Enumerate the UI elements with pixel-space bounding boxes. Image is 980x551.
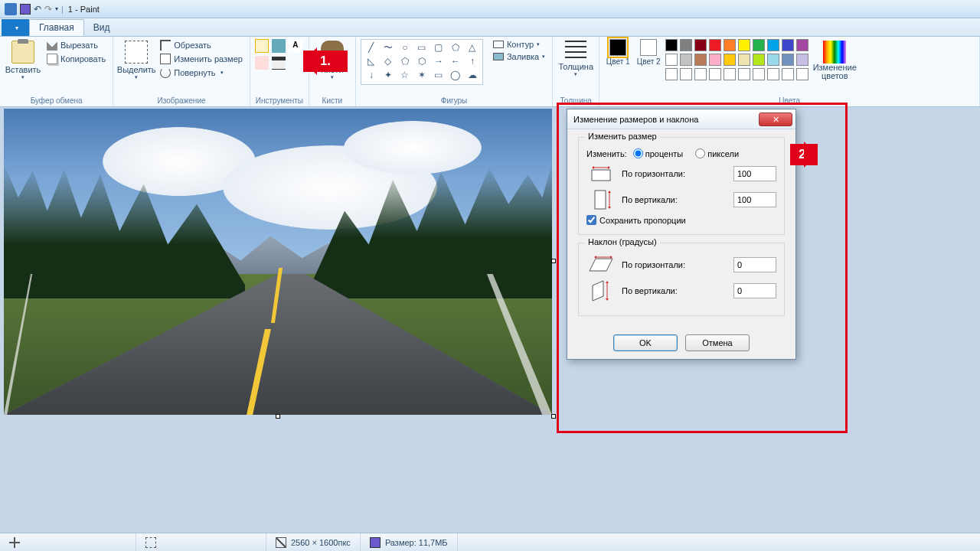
radio-percent[interactable]: проценты [633,148,684,158]
shape-polygon[interactable]: ⬠ [447,41,464,55]
palette-swatch[interactable] [694,54,707,66]
palette-swatch[interactable] [782,39,794,51]
palette-swatch[interactable] [796,68,808,80]
shape-hexagon[interactable]: ⬡ [413,55,430,69]
chevron-down-icon: ▾ [331,74,334,80]
eraser-icon[interactable] [255,56,269,70]
skew-horiz-input[interactable] [733,257,776,272]
canvas-image[interactable] [4,109,552,415]
color1-button[interactable]: Цвет 1 [604,39,632,73]
shape-star4[interactable]: ✦ [380,69,397,83]
tab-home[interactable]: Главная [29,19,84,36]
thickness-icon [565,41,586,62]
shape-arrow-u[interactable]: ↑ [464,55,481,69]
redo-icon[interactable]: ↷ [44,4,52,15]
palette-swatch[interactable] [694,68,707,80]
shape-star5[interactable]: ☆ [397,69,413,83]
palette-swatch[interactable] [694,39,707,51]
palette-swatch[interactable] [767,39,779,51]
file-menu-button[interactable] [2,19,29,36]
palette-swatch[interactable] [738,39,750,51]
group-image: Выделить ▾ Обрезать Изменить размер Пове… [113,37,250,106]
palette-swatch[interactable] [709,39,721,51]
size-button[interactable]: Толщина ▾ [557,39,594,79]
shape-fill-button[interactable]: Заливка▾ [491,51,547,62]
shape-callout-rect[interactable]: ▭ [430,69,447,83]
shape-callout-oval[interactable]: ◯ [447,69,464,83]
palette-swatch[interactable] [665,54,678,66]
resize-handle[interactable] [551,259,556,263]
keep-ratio-checkbox[interactable]: Сохранить пропорции [586,215,776,225]
skew-vert-input[interactable] [733,283,776,298]
radio-pixels[interactable]: пиксели [695,148,739,158]
shape-rtriangle[interactable]: ◺ [363,55,380,69]
undo-icon[interactable]: ↶ [34,4,41,15]
shape-star6[interactable]: ✶ [413,69,430,83]
select-button[interactable]: Выделить ▾ [118,39,155,82]
pencil-icon[interactable] [255,39,269,53]
shapes-gallery[interactable]: ╱〜○▭▢⬠△ ◺◇⬠⬡→←↑ ↓✦☆✶▭◯☁ [361,39,483,85]
palette-swatch[interactable] [709,54,721,66]
dialog-titlebar[interactable]: Изменение размеров и наклона ✕ [567,109,795,129]
resize-button[interactable]: Изменить размер [158,53,245,65]
ok-button[interactable]: OK [613,334,678,351]
palette-swatch[interactable] [767,68,779,80]
fill-icon[interactable] [272,39,286,53]
resize-handle[interactable] [551,414,556,419]
palette-swatch[interactable] [709,68,721,80]
palette-swatch[interactable] [738,68,750,80]
resize-horiz-input[interactable] [733,166,776,181]
shape-curve[interactable]: 〜 [380,41,397,55]
canvas-area[interactable] [0,107,980,533]
shape-roundrect[interactable]: ▢ [430,41,447,55]
shape-outline-button[interactable]: Контур▾ [491,39,547,50]
resize-vert-input[interactable] [733,192,776,207]
shape-triangle[interactable]: △ [464,41,481,55]
palette-swatch[interactable] [782,68,794,80]
resize-legend: Изменить размер [585,132,660,141]
shape-pentagon[interactable]: ⬠ [397,55,413,69]
shape-oval[interactable]: ○ [397,41,413,55]
palette-swatch[interactable] [724,68,736,80]
color-picker-icon[interactable] [272,56,286,70]
shape-arrow-r[interactable]: → [430,55,447,69]
rotate-button[interactable]: Повернуть▾ [158,67,245,79]
cancel-button[interactable]: Отмена [685,334,750,351]
shape-arrow-d[interactable]: ↓ [363,69,380,83]
palette-swatch[interactable] [665,39,678,51]
close-button[interactable]: ✕ [759,112,792,126]
palette-swatch[interactable] [782,54,794,66]
copy-button[interactable]: Копировать [44,53,108,65]
palette-swatch[interactable] [753,68,765,80]
shape-rect[interactable]: ▭ [413,41,430,55]
color2-button[interactable]: Цвет 2 [635,39,662,73]
save-icon[interactable] [20,4,31,15]
color2-swatch [640,39,657,56]
edit-colors-button[interactable]: Изменение цветов [813,39,856,82]
cut-button[interactable]: Вырезать [44,39,108,51]
palette-swatch[interactable] [753,54,765,66]
resize-vert-icon [586,189,616,210]
shape-diamond[interactable]: ◇ [380,55,397,69]
tab-view[interactable]: Вид [84,19,119,36]
palette-swatch[interactable] [796,39,808,51]
resize-handle[interactable] [276,414,280,419]
palette-swatch[interactable] [665,68,678,80]
palette-swatch[interactable] [753,39,765,51]
palette-swatch[interactable] [724,39,736,51]
palette-swatch[interactable] [767,54,779,66]
palette-swatch[interactable] [680,68,692,80]
palette-swatch[interactable] [738,54,750,66]
palette-swatch[interactable] [796,54,808,66]
palette-swatch[interactable] [680,54,692,66]
shape-arrow-l[interactable]: ← [447,55,464,69]
paste-button[interactable]: Вставить ▾ [5,39,41,82]
shape-callout-cloud[interactable]: ☁ [464,69,481,83]
crop-button[interactable]: Обрезать [158,39,245,51]
palette-swatch[interactable] [680,39,692,51]
app-icon[interactable] [5,3,17,15]
qat-dropdown-icon[interactable]: ▾ [55,5,58,12]
shape-line[interactable]: ╱ [363,41,380,55]
palette-swatch[interactable] [724,54,736,66]
annotation-arrow-2: 2. [790,144,818,165]
